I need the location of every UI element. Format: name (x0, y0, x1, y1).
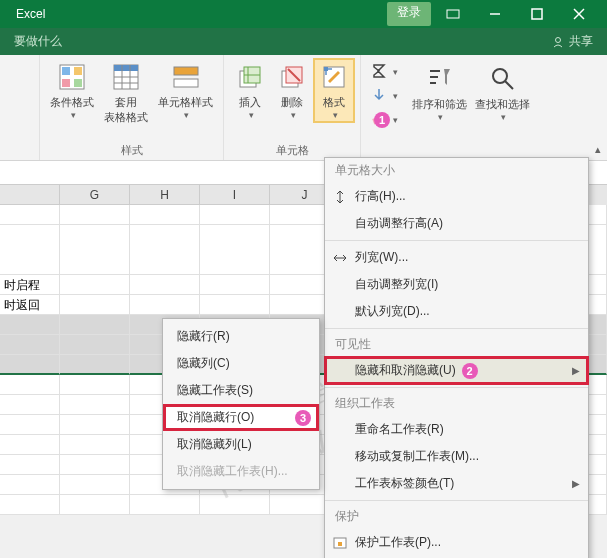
fill-down-icon (371, 87, 389, 105)
submenu-arrow-icon: ▶ (572, 365, 580, 376)
svg-point-28 (493, 69, 507, 83)
dropdown-arrow-icon: ▾ (71, 110, 76, 120)
sort-filter-button[interactable]: 排序和筛选 ▾ (408, 61, 471, 131)
sigma-icon (371, 63, 389, 81)
callout-badge-2: 2 (462, 363, 478, 379)
find-icon (487, 63, 519, 95)
delete-icon (276, 61, 308, 93)
protect-sheet-icon (331, 534, 349, 552)
svg-line-29 (505, 81, 513, 89)
dropdown-arrow-icon: ▾ (291, 110, 296, 120)
maximize-icon[interactable] (517, 2, 557, 26)
column-header[interactable]: H (130, 185, 200, 205)
callout-badge-1: 1 (374, 112, 390, 128)
dropdown-arrow-icon: ▾ (333, 110, 338, 120)
format-dropdown-menu: 单元格大小 行高(H)... 自动调整行高(A) 列宽(W)... 自动调整列宽… (324, 157, 589, 558)
find-select-button[interactable]: 查找和选择 ▾ (471, 61, 534, 131)
tell-me-bar: 要做什么 共享 (0, 28, 607, 55)
share-button[interactable]: 共享 (551, 33, 593, 50)
conditional-format-icon (56, 61, 88, 93)
ribbon-group-editing: ▾ ▾ ▾ (361, 55, 540, 160)
svg-rect-0 (447, 10, 459, 18)
menu-unhide-cols[interactable]: 取消隐藏列(L) (163, 431, 319, 458)
collapse-ribbon-icon[interactable]: ▴ (595, 143, 601, 156)
fill-button[interactable]: ▾ (367, 85, 402, 107)
svg-rect-18 (174, 79, 198, 87)
dropdown-arrow-icon: ▾ (501, 112, 506, 122)
menu-unhide-rows[interactable]: 取消隐藏行(O) 3 (163, 404, 319, 431)
col-width-icon (331, 249, 349, 267)
dropdown-arrow-icon: ▾ (438, 112, 443, 122)
ribbon-group-styles: 条件格式 ▾ 套用 表格格式 单元格样式 ▾ 样式 (40, 55, 224, 160)
insert-icon (234, 61, 266, 93)
close-icon[interactable] (559, 2, 599, 26)
title-bar: Excel 登录 (0, 0, 607, 28)
menu-tab-color[interactable]: 工作表标签颜色(T) ▶ (325, 470, 588, 497)
menu-autofit-col[interactable]: 自动调整列宽(I) (325, 271, 588, 298)
tell-me-prompt[interactable]: 要做什么 (14, 33, 62, 50)
conditional-format-button[interactable]: 条件格式 ▾ (46, 59, 98, 122)
menu-unhide-sheet: 取消隐藏工作表(H)... (163, 458, 319, 485)
menu-rename-sheet[interactable]: 重命名工作表(R) (325, 416, 588, 443)
dropdown-arrow-icon: ▾ (184, 110, 189, 120)
login-button[interactable]: 登录 (387, 2, 431, 26)
ribbon: 条件格式 ▾ 套用 表格格式 单元格样式 ▾ 样式 (0, 55, 607, 161)
minimize-icon[interactable] (475, 2, 515, 26)
menu-default-width[interactable]: 默认列宽(D)... (325, 298, 588, 325)
share-icon (551, 35, 565, 49)
delete-button[interactable]: 删除 ▾ (272, 59, 312, 122)
row-height-icon (331, 188, 349, 206)
svg-rect-7 (62, 67, 70, 75)
menu-protect-sheet[interactable]: 保护工作表(P)... (325, 529, 588, 556)
menu-col-width[interactable]: 列宽(W)... (325, 244, 588, 271)
sort-filter-icon (424, 63, 456, 95)
column-header[interactable]: I (200, 185, 270, 205)
submenu-arrow-icon: ▶ (572, 478, 580, 489)
cell-styles-icon (170, 61, 202, 93)
menu-section-protect: 保护 (325, 504, 588, 529)
svg-rect-31 (338, 542, 342, 546)
menu-hide-sheet[interactable]: 隐藏工作表(S) (163, 377, 319, 404)
menu-hide-rows[interactable]: 隐藏行(R) (163, 323, 319, 350)
svg-rect-12 (114, 65, 138, 71)
dropdown-arrow-icon: ▾ (249, 110, 254, 120)
menu-hide-unhide[interactable]: 隐藏和取消隐藏(U) 2 ▶ (325, 357, 588, 384)
table-format-button[interactable]: 套用 表格格式 (100, 59, 152, 127)
format-icon (318, 61, 350, 93)
menu-section-visibility: 可见性 (325, 332, 588, 357)
table-format-icon (110, 61, 142, 93)
svg-rect-8 (74, 67, 82, 75)
menu-move-copy[interactable]: 移动或复制工作表(M)... (325, 443, 588, 470)
cell-styles-button[interactable]: 单元格样式 ▾ (154, 59, 217, 122)
menu-autofit-row[interactable]: 自动调整行高(A) (325, 210, 588, 237)
menu-section-organize: 组织工作表 (325, 391, 588, 416)
ribbon-display-icon[interactable] (433, 2, 473, 26)
menu-row-height[interactable]: 行高(H)... (325, 183, 588, 210)
column-header[interactable]: G (60, 185, 130, 205)
callout-badge-3: 3 (295, 410, 311, 426)
svg-point-5 (556, 37, 561, 42)
ribbon-group-cells: 插入 ▾ 删除 ▾ 格式 ▾ 单元格 (224, 55, 361, 160)
menu-section-cell-size: 单元格大小 (325, 158, 588, 183)
menu-hide-cols[interactable]: 隐藏列(C) (163, 350, 319, 377)
svg-rect-2 (532, 9, 542, 19)
autosum-button[interactable]: ▾ (367, 61, 402, 83)
insert-button[interactable]: 插入 ▾ (230, 59, 270, 122)
svg-rect-17 (174, 67, 198, 75)
svg-rect-10 (74, 79, 82, 87)
app-title: Excel (8, 7, 387, 21)
format-button[interactable]: 格式 ▾ (314, 59, 354, 122)
svg-rect-9 (62, 79, 70, 87)
hide-unhide-submenu: 隐藏行(R) 隐藏列(C) 隐藏工作表(S) 取消隐藏行(O) 3 取消隐藏列(… (162, 318, 320, 490)
